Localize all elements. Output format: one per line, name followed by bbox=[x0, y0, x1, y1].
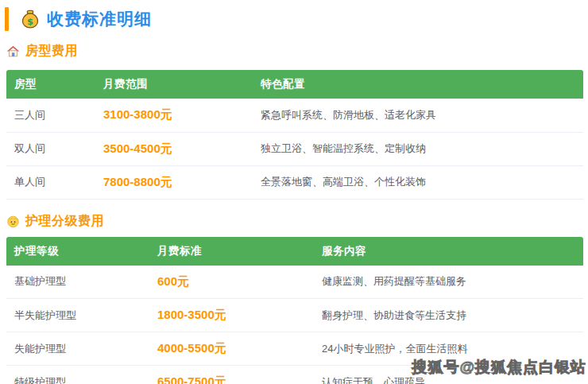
cell-description: 紧急呼叫系统、防滑地板、适老化家具 bbox=[253, 99, 583, 132]
section-heading-rooms: 房型费用 bbox=[6, 43, 588, 60]
cell-description: 健康监测、用药提醒等基础服务 bbox=[314, 266, 583, 299]
table-header-row: 护理等级 月费标准 服务内容 bbox=[6, 237, 583, 266]
section-label: 护理分级费用 bbox=[25, 213, 104, 230]
column-header: 特色配置 bbox=[253, 70, 583, 99]
cell-description: 全景落地窗、高端卫浴、个性化装饰 bbox=[253, 165, 583, 199]
cell-description: 独立卫浴、智能温控系统、定制收纳 bbox=[253, 132, 583, 165]
cell-price: 7800-8800元 bbox=[95, 165, 253, 199]
table-row: 半失能护理型1800-3500元翻身护理、协助进食等生活支持 bbox=[6, 299, 583, 332]
cell-description: 24小时专业照护，全面生活照料 bbox=[314, 332, 583, 366]
section-heading-care: 护理分级费用 bbox=[6, 213, 588, 230]
cell-price: 6500-7500元 bbox=[149, 366, 314, 384]
column-header: 服务内容 bbox=[314, 237, 583, 266]
cell-description: 翻身护理、协助进食等生活支持 bbox=[314, 299, 583, 332]
cell-price: 600元 bbox=[149, 266, 314, 299]
cell-type: 特级护理型 bbox=[6, 366, 149, 384]
svg-text:$: $ bbox=[27, 16, 33, 27]
cell-type: 失能护理型 bbox=[6, 332, 149, 366]
cell-type: 三人间 bbox=[6, 99, 95, 132]
house-icon bbox=[6, 45, 20, 58]
cell-type: 基础护理型 bbox=[6, 266, 149, 299]
cell-price: 4000-5500元 bbox=[149, 332, 314, 366]
accent-bar bbox=[5, 7, 9, 31]
table-row: 双人间3500-4500元独立卫浴、智能温控系统、定制收纳 bbox=[6, 132, 583, 165]
page-header: $ 收费标准明细 bbox=[0, 0, 588, 31]
cell-price: 3100-3800元 bbox=[95, 99, 253, 132]
column-header: 月费范围 bbox=[95, 70, 253, 99]
cell-description: 认知症干预，心理疏导 bbox=[314, 366, 583, 384]
table-row: 基础护理型600元健康监测、用药提醒等基础服务 bbox=[6, 266, 583, 299]
column-header: 月费标准 bbox=[149, 237, 314, 266]
cell-price: 1800-3500元 bbox=[149, 299, 314, 332]
cell-price: 3500-4500元 bbox=[95, 132, 253, 165]
table-row: 单人间7800-8800元全景落地窗、高端卫浴、个性化装饰 bbox=[6, 165, 583, 199]
fee-detail-page: $ 收费标准明细 房型费用 房型 月费范围 特色配置 三人间3100-3800元… bbox=[0, 0, 588, 384]
care-fee-table: 护理等级 月费标准 服务内容 基础护理型600元健康监测、用药提醒等基础服务半失… bbox=[6, 237, 583, 384]
cell-type: 双人间 bbox=[6, 132, 95, 165]
column-header: 护理等级 bbox=[6, 237, 149, 266]
table-row: 失能护理型4000-5500元24小时专业照护，全面生活照料 bbox=[6, 332, 583, 366]
cell-type: 单人间 bbox=[6, 165, 95, 199]
table-row: 特级护理型6500-7500元认知症干预，心理疏导 bbox=[6, 366, 583, 384]
room-fee-table: 房型 月费范围 特色配置 三人间3100-3800元紧急呼叫系统、防滑地板、适老… bbox=[6, 70, 583, 200]
column-header: 房型 bbox=[6, 70, 95, 99]
nurse-face-icon bbox=[6, 215, 20, 228]
cell-type: 半失能护理型 bbox=[6, 299, 149, 332]
table-header-row: 房型 月费范围 特色配置 bbox=[6, 70, 583, 99]
page-title: 收费标准明细 bbox=[47, 8, 152, 30]
table-row: 三人间3100-3800元紧急呼叫系统、防滑地板、适老化家具 bbox=[6, 99, 583, 132]
money-bag-icon: $ bbox=[20, 9, 41, 29]
section-label: 房型费用 bbox=[25, 43, 78, 60]
